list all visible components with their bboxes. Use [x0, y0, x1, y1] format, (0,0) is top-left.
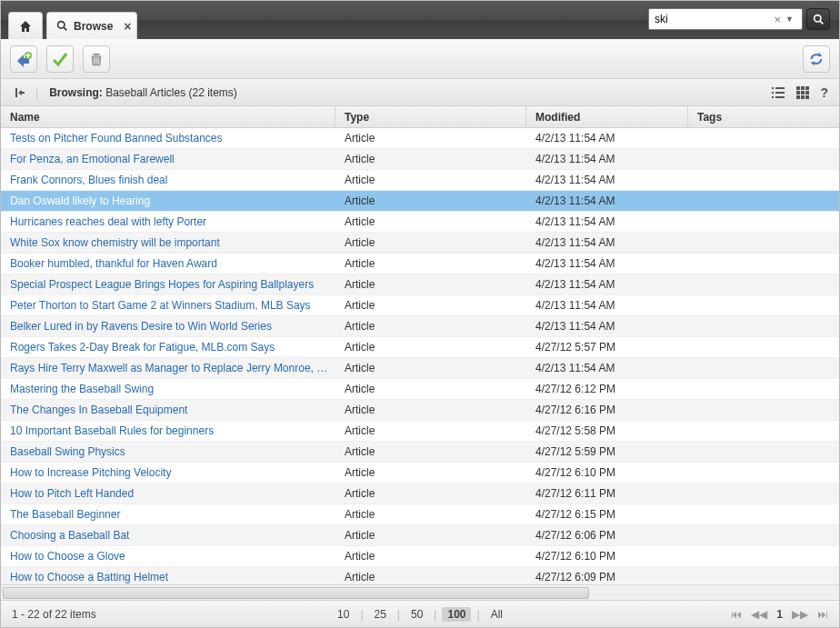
cell-name[interactable]: For Penza, an Emotional Farewell	[1, 153, 335, 165]
horizontal-scrollbar[interactable]	[1, 584, 839, 600]
tab-label: Browse	[74, 20, 113, 33]
exit-icon[interactable]	[12, 86, 25, 99]
cell-name[interactable]: The Changes In Baseball Equipment	[1, 404, 335, 416]
column-header-name[interactable]: Name	[1, 106, 335, 127]
cell-type: Article	[335, 424, 526, 437]
title-bar: Browse × × ▼	[1, 1, 839, 39]
cell-name[interactable]: Belker Lured in by Ravens Desire to Win …	[1, 320, 335, 333]
table-row[interactable]: For Penza, an Emotional FarewellArticle4…	[1, 149, 839, 170]
cell-type: Article	[335, 215, 526, 228]
table-row[interactable]: Peter Thorton to Start Game 2 at Winners…	[1, 295, 839, 316]
table-row[interactable]: Frank Connors, Blues finish dealArticle4…	[1, 170, 839, 191]
refresh-button[interactable]	[803, 45, 830, 73]
breadcrumb-label: Browsing:	[49, 86, 103, 99]
new-item-button[interactable]	[10, 45, 37, 73]
cell-modified: 4/27/12 6:09 PM	[526, 571, 688, 583]
cell-modified: 4/2/13 11:54 AM	[526, 215, 688, 228]
cell-type: Article	[335, 236, 526, 249]
table-row[interactable]: Special Prospect League Brings Hopes for…	[1, 274, 839, 295]
prev-page-button[interactable]: ◀◀	[751, 608, 767, 621]
cell-type: Article	[335, 153, 526, 165]
cell-name[interactable]: Frank Connors, Blues finish deal	[1, 174, 335, 186]
table-row[interactable]: Baseball Swing PhysicsArticle4/27/12 5:5…	[1, 442, 839, 463]
table-row[interactable]: White Sox know chemistry will be importa…	[1, 233, 839, 254]
search-dropdown-icon[interactable]: ▼	[785, 15, 794, 24]
cell-name[interactable]: 10 Important Baseball Rules for beginner…	[1, 424, 335, 437]
cell-name[interactable]: The Baseball Beginner	[1, 508, 335, 521]
svg-rect-13	[801, 95, 805, 99]
table-row[interactable]: Choosing a Baseball BatArticle4/27/12 6:…	[1, 525, 839, 546]
current-page: 1	[776, 608, 783, 621]
cell-name[interactable]: Mastering the Baseball Swing	[1, 383, 335, 395]
cell-type: Article	[335, 362, 526, 374]
column-headers: Name Type Modified Tags	[1, 106, 839, 128]
approve-button[interactable]	[46, 45, 74, 73]
delete-button[interactable]	[83, 45, 110, 73]
cell-name[interactable]: How to Increase Pitching Velocity	[1, 466, 335, 479]
cell-type: Article	[335, 445, 526, 458]
cell-name[interactable]: How to Pitch Left Handed	[1, 487, 335, 500]
page-size-option[interactable]: 100	[442, 607, 471, 622]
data-grid[interactable]: Tests on Pitcher Found Banned Substances…	[1, 128, 839, 584]
table-row[interactable]: 10 Important Baseball Rules for beginner…	[1, 421, 839, 442]
cell-name[interactable]: Rogers Takes 2-Day Break for Fatigue, ML…	[1, 341, 335, 354]
cell-name[interactable]: Tests on Pitcher Found Banned Substances	[1, 132, 335, 145]
svg-rect-5	[93, 53, 99, 55]
table-row[interactable]: Tests on Pitcher Found Banned Substances…	[1, 128, 839, 149]
divider: |	[35, 86, 38, 99]
tab-close-icon[interactable]: ×	[124, 19, 131, 34]
cell-modified: 4/2/13 11:54 AM	[526, 236, 688, 249]
table-row[interactable]: Dan Oswald likely to HearingArticle4/2/1…	[1, 191, 839, 212]
table-row[interactable]: Hurricanes reaches deal with lefty Porte…	[1, 212, 839, 233]
cell-name[interactable]: How to Choose a Batting Helmet	[1, 571, 335, 583]
page-size-option[interactable]: 50	[405, 607, 428, 622]
cell-modified: 4/27/12 6:06 PM	[526, 529, 688, 542]
cell-modified: 4/2/13 11:54 AM	[526, 194, 688, 207]
svg-rect-14	[805, 95, 809, 99]
cell-type: Article	[335, 341, 526, 354]
scrollbar-thumb[interactable]	[3, 587, 589, 599]
table-row[interactable]: Booker humbled, thankful for Haven Award…	[1, 254, 839, 274]
table-row[interactable]: How to Choose a Batting HelmetArticle4/2…	[1, 567, 839, 584]
grid-view-button[interactable]	[796, 86, 809, 99]
cell-name[interactable]: How to Choose a Glove	[1, 550, 335, 563]
page-size-option[interactable]: All	[485, 607, 508, 622]
cell-name[interactable]: Hurricanes reaches deal with lefty Porte…	[1, 215, 335, 228]
cell-type: Article	[335, 383, 526, 395]
first-page-button[interactable]: ⏮	[731, 608, 742, 621]
column-header-type[interactable]: Type	[335, 106, 526, 127]
cell-name[interactable]: Choosing a Baseball Bat	[1, 529, 335, 542]
tab-browse[interactable]: Browse ×	[46, 12, 137, 39]
cell-modified: 4/2/13 11:54 AM	[526, 278, 688, 291]
table-row[interactable]: How to Choose a GloveArticle4/27/12 6:10…	[1, 546, 839, 567]
clear-search-icon[interactable]: ×	[774, 13, 781, 26]
cell-modified: 4/27/12 5:57 PM	[526, 341, 688, 354]
cell-name[interactable]: Special Prospect League Brings Hopes for…	[1, 278, 335, 291]
cell-name[interactable]: White Sox know chemistry will be importa…	[1, 236, 335, 249]
help-button[interactable]: ?	[820, 85, 828, 100]
home-tab[interactable]	[8, 12, 43, 39]
table-row[interactable]: The Changes In Baseball EquipmentArticle…	[1, 400, 839, 421]
cell-type: Article	[335, 174, 526, 186]
list-view-button[interactable]	[771, 86, 785, 99]
table-row[interactable]: How to Pitch Left HandedArticle4/27/12 6…	[1, 483, 839, 504]
table-row[interactable]: Rogers Takes 2-Day Break for Fatigue, ML…	[1, 337, 839, 358]
cell-modified: 4/27/12 5:59 PM	[526, 445, 688, 458]
column-header-tags[interactable]: Tags	[688, 106, 839, 127]
next-page-button[interactable]: ▶▶	[792, 608, 808, 621]
column-header-modified[interactable]: Modified	[526, 106, 688, 127]
search-button[interactable]	[806, 8, 830, 30]
cell-name[interactable]: Dan Oswald likely to Hearing	[1, 194, 335, 207]
cell-name[interactable]: Peter Thorton to Start Game 2 at Winners…	[1, 299, 335, 312]
table-row[interactable]: How to Increase Pitching VelocityArticle…	[1, 463, 839, 483]
cell-name[interactable]: Baseball Swing Physics	[1, 445, 335, 458]
page-size-option[interactable]: 25	[369, 607, 392, 622]
cell-name[interactable]: Booker humbled, thankful for Haven Award	[1, 257, 335, 270]
table-row[interactable]: Belker Lured in by Ravens Desire to Win …	[1, 316, 839, 337]
last-page-button[interactable]: ⏭	[817, 608, 828, 621]
table-row[interactable]: The Baseball BeginnerArticle4/27/12 6:15…	[1, 504, 839, 525]
table-row[interactable]: Mastering the Baseball SwingArticle4/27/…	[1, 379, 839, 400]
page-size-option[interactable]: 10	[332, 607, 355, 622]
cell-name[interactable]: Rays Hire Terry Maxwell as Manager to Re…	[1, 362, 335, 374]
table-row[interactable]: Rays Hire Terry Maxwell as Manager to Re…	[1, 358, 839, 379]
